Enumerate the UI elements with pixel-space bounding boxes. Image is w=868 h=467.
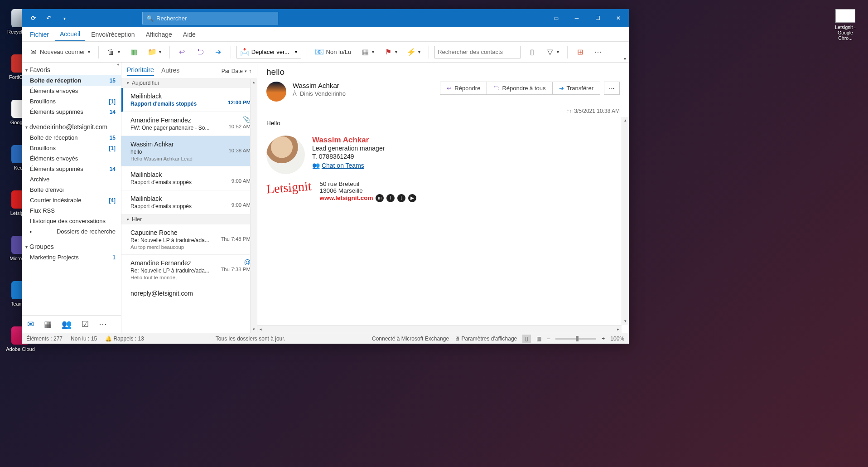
message-item[interactable]: noreply@letsignit.com xyxy=(121,285,257,302)
scroll-up-icon[interactable]: ▴ xyxy=(251,79,257,86)
sig-name: Wassim Achkar xyxy=(312,136,385,145)
message-item[interactable]: Mailinblack Rapport d'emails stoppés 12:… xyxy=(121,88,257,112)
nav-mail-icon[interactable]: ✉ xyxy=(27,319,34,329)
folder-history[interactable]: Historique des conversations xyxy=(22,216,121,226)
teams-link[interactable]: Chat on Teams xyxy=(322,162,364,169)
group-marketing[interactable]: Marketing Projects1 xyxy=(22,252,121,263)
folder-rss[interactable]: Flux RSS xyxy=(22,205,121,216)
folder-search-folders[interactable]: ▸Dossiers de recherche xyxy=(22,226,121,237)
categories-button[interactable]: ▦▾ xyxy=(358,46,377,58)
ribbon-collapse-icon[interactable]: ▾ xyxy=(624,56,626,61)
reading-hscrollbar[interactable]: ◂ ▸ xyxy=(257,325,622,333)
scroll-left-icon[interactable]: ◂ xyxy=(257,327,264,331)
scroll-down-icon[interactable]: ▾ xyxy=(622,318,629,325)
section-groups[interactable]: ▾Groupes xyxy=(22,239,121,252)
nav-tasks-icon[interactable]: ☑ xyxy=(82,319,89,329)
more-commands-button[interactable]: ⋯ xyxy=(591,46,605,58)
sync-icon[interactable]: ⟳ xyxy=(28,13,39,24)
sig-website[interactable]: www.letsignit.com xyxy=(320,195,373,201)
folder-deleted-fav[interactable]: Éléments supprimés14 xyxy=(22,107,121,117)
taskbar-preview-chrome[interactable]: Letsignit - Google Chro... xyxy=(832,9,859,41)
move-to-button[interactable]: 📩Déplacer ver...▾ xyxy=(236,46,301,58)
contacts-search-input[interactable] xyxy=(434,46,521,58)
section-account[interactable]: ▾dvendeirinho@letsignit.com xyxy=(22,120,121,132)
reply-button[interactable]: ↩Répondre xyxy=(440,82,487,95)
archive-button[interactable]: ▥ xyxy=(127,46,141,58)
group-yesterday[interactable]: ▾Hier xyxy=(121,214,257,224)
sort-direction-icon[interactable]: ↑ xyxy=(249,68,251,74)
folder-inbox[interactable]: Boîte de réception15 xyxy=(22,132,121,143)
group-today[interactable]: ▾Aujourd'hui xyxy=(121,78,257,88)
facebook-icon[interactable]: f xyxy=(386,194,395,202)
flag-button[interactable]: ⚑▾ xyxy=(381,46,400,58)
scroll-right-icon[interactable]: ▸ xyxy=(615,327,622,331)
undo-icon[interactable]: ↶ xyxy=(43,13,54,24)
status-display-settings[interactable]: 🖥 Paramètres d'affichage xyxy=(454,336,517,342)
folder-deleted[interactable]: Éléments supprimés14 xyxy=(22,164,121,174)
tab-aide[interactable]: Aide xyxy=(178,27,200,41)
tab-focused[interactable]: Prioritaire xyxy=(127,66,154,76)
message-item[interactable]: Mailinblack Rapport d'emails stoppés 9:0… xyxy=(121,166,257,190)
search-input[interactable] xyxy=(156,15,274,22)
folder-junk[interactable]: Courrier indésirable[4] xyxy=(22,195,121,205)
message-item[interactable]: Capucine Roche Re: Nouvelle LP à traduir… xyxy=(121,224,257,255)
forward-button[interactable]: ➔Transférer xyxy=(552,82,600,95)
view-reading-icon[interactable]: ▥ xyxy=(536,336,541,342)
message-item-selected[interactable]: Wassim Achkar hello Hello Wassim Achkar … xyxy=(121,136,257,166)
close-button[interactable]: ✕ xyxy=(608,9,629,27)
sender-avatar[interactable] xyxy=(266,82,286,102)
reply-all-button[interactable]: ⮌Répondre à tous xyxy=(487,82,552,95)
tab-affichage[interactable]: Affichage xyxy=(141,27,177,41)
read-unread-button[interactable]: 📧Non lu/Lu xyxy=(313,46,354,58)
folder-drafts[interactable]: Brouillons[1] xyxy=(22,143,121,153)
forward-button[interactable]: ➔ xyxy=(212,46,225,58)
folder-sent[interactable]: Éléments envoyés xyxy=(22,153,121,164)
reading-vscrollbar[interactable]: ▴ ▾ xyxy=(622,117,629,325)
new-mail-button[interactable]: ✉Nouveau courrier▾ xyxy=(26,46,93,58)
nav-people-icon[interactable]: 👥 xyxy=(62,319,72,329)
folder-sent-fav[interactable]: Éléments envoyés xyxy=(22,86,121,96)
zoom-in-icon[interactable]: + xyxy=(602,336,605,342)
folder-archive[interactable]: Archive xyxy=(22,174,121,185)
filter-button[interactable]: ▽▾ xyxy=(543,46,562,58)
scroll-down-icon[interactable]: ▾ xyxy=(251,326,257,333)
tab-envoi-reception[interactable]: Envoi/réception xyxy=(87,27,140,41)
addin-button[interactable]: ⊞ xyxy=(573,46,587,58)
sort-button[interactable]: Par Date ▾ ↑ xyxy=(222,68,251,74)
zoom-thumb[interactable] xyxy=(576,336,579,341)
nav-calendar-icon[interactable]: ▦ xyxy=(44,319,52,329)
twitter-icon[interactable]: t xyxy=(397,194,405,202)
view-normal-icon[interactable]: ▯ xyxy=(522,335,531,343)
status-reminders[interactable]: 🔔 Rappels : 13 xyxy=(105,336,144,342)
maximize-button[interactable]: ☐ xyxy=(587,9,608,27)
message-more-button[interactable]: ⋯ xyxy=(604,82,620,95)
folder-outbox[interactable]: Boîte d'envoi xyxy=(22,185,121,195)
youtube-icon[interactable]: ▶ xyxy=(408,194,416,202)
tab-fichier[interactable]: Fichier xyxy=(25,27,53,41)
message-item[interactable]: 📎 Amandine Fernandez FW: One pager parte… xyxy=(121,112,257,136)
reply-all-button[interactable]: ⮌ xyxy=(193,46,207,58)
ribbon-display-icon[interactable]: ▭ xyxy=(545,9,566,27)
scroll-up-icon[interactable]: ▴ xyxy=(622,117,629,124)
message-item[interactable]: @ Amandine Fernandez Re: Nouvelle LP à t… xyxy=(121,255,257,285)
section-favoris[interactable]: ▾Favoris xyxy=(22,63,121,75)
nav-more-icon[interactable]: ⋯ xyxy=(99,319,107,329)
message-item[interactable]: Mailinblack Rapport d'emails stoppés 9:0… xyxy=(121,190,257,214)
global-search[interactable]: 🔍 xyxy=(142,12,278,24)
quick-steps-button[interactable]: ⚡▾ xyxy=(405,46,423,58)
zoom-slider[interactable] xyxy=(555,338,596,340)
address-book-button[interactable]: ▯ xyxy=(525,46,539,58)
message-list-scrollbar[interactable]: ▴ ▾ xyxy=(250,79,257,333)
folder-inbox-fav[interactable]: Boîte de réception15 xyxy=(22,75,121,86)
pane-collapse-icon[interactable]: ◂ xyxy=(117,62,119,67)
zoom-out-icon[interactable]: − xyxy=(547,336,550,342)
tab-other[interactable]: Autres xyxy=(161,67,179,76)
folder-drafts-fav[interactable]: Brouillons[1] xyxy=(22,96,121,107)
tab-accueil[interactable]: Accueil xyxy=(55,27,85,41)
reply-button[interactable]: ↩ xyxy=(175,46,189,58)
delete-button[interactable]: 🗑▾ xyxy=(104,46,123,58)
move-folder-button[interactable]: 📁▾ xyxy=(145,46,164,58)
qat-dropdown-icon[interactable]: ▾ xyxy=(59,13,70,24)
minimize-button[interactable]: ─ xyxy=(566,9,587,27)
linkedin-icon[interactable]: in xyxy=(376,194,384,202)
